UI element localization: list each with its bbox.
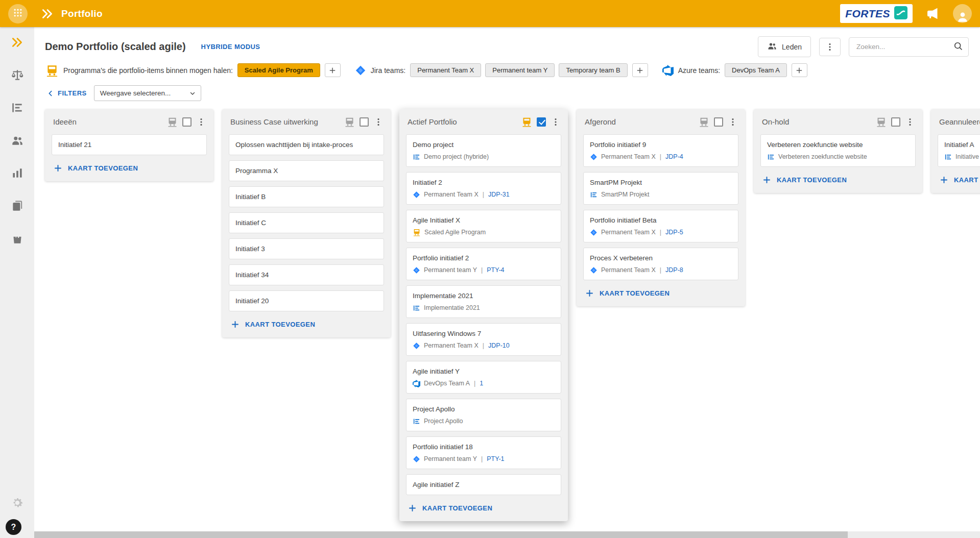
column-visibility-checkbox[interactable] (537, 117, 546, 127)
sidebar-item-balance[interactable] (0, 60, 34, 92)
add-card-button[interactable]: KAART TOEVOEGEN (406, 503, 561, 513)
jira-icon (355, 65, 366, 76)
kanban-card[interactable]: Agile Initiatief X Scaled Agile Program (406, 210, 561, 242)
train-icon (413, 228, 421, 236)
topbar: Portfolio FORTES (0, 0, 980, 27)
column-visibility-checkbox[interactable] (891, 117, 900, 127)
column-program-icon (699, 116, 709, 127)
kanban-card[interactable]: Verbeteren zoekfunctie website Verbetere… (760, 134, 916, 167)
column-menu-button[interactable] (551, 117, 561, 127)
jira-icon (590, 229, 597, 236)
kanban-card[interactable]: Agile initiatief Z (406, 474, 561, 495)
column-visibility-checkbox[interactable] (182, 117, 192, 127)
kanban-card[interactable]: Portfolio initiatief 9 Permanent Team X … (583, 134, 738, 167)
kebab-icon (196, 117, 206, 127)
card-subtitle: Permanent Team X | JDP-10 (413, 341, 555, 350)
add-card-button[interactable]: KAART TOEVOEGEN (938, 175, 980, 185)
card-separator: | (481, 266, 483, 274)
column-visibility-checkbox[interactable] (360, 117, 369, 127)
sidebar-item-people[interactable] (0, 125, 34, 158)
sidebar-item-structure[interactable] (0, 92, 34, 125)
help-button[interactable]: ? (6, 519, 21, 535)
team-chip[interactable]: Temporary team B (559, 63, 627, 77)
card-code-link[interactable]: JDP-10 (488, 341, 510, 350)
sidebar-item-documents[interactable] (0, 190, 34, 223)
sidebar-item-portfolio[interactable] (0, 27, 34, 60)
add-card-button[interactable]: KAART TOEVOEGEN (760, 175, 916, 185)
add-jira-team-button[interactable] (632, 63, 648, 77)
kanban-card[interactable]: Initiatief B (229, 186, 384, 207)
kanban-card[interactable]: Portfolio initiatief 18 Permanent team Y… (406, 436, 561, 469)
column-header: On-hold (760, 115, 916, 129)
add-azure-team-button[interactable] (792, 63, 807, 77)
column-cards: Demo project Demo project (hybride) Init… (406, 134, 561, 495)
kanban-card[interactable]: Initiatief 21 (52, 134, 207, 155)
kanban-card[interactable]: Initiatief C (229, 212, 384, 233)
horizontal-scrollbar[interactable] (34, 531, 980, 538)
plus-icon (230, 320, 240, 329)
members-button[interactable]: Leden (758, 36, 811, 57)
search-input[interactable] (855, 42, 953, 51)
kanban-card[interactable]: Oplossen wachttijden bij intake-proces (229, 134, 384, 155)
card-code-link[interactable]: 1 (480, 379, 483, 387)
column-menu-button[interactable] (728, 117, 738, 127)
column-menu-button[interactable] (196, 117, 206, 127)
kanban-card[interactable]: Agile initiatief Y DevOps Team A | 1 (406, 361, 561, 394)
sidebar-item-shop[interactable] (0, 223, 34, 256)
kanban-card[interactable]: Programma X (229, 160, 384, 181)
portfolio-menu-button[interactable] (819, 38, 841, 56)
add-card-button[interactable]: KAART TOEVOEGEN (229, 320, 384, 329)
team-chip[interactable]: DevOps Team A (725, 63, 787, 77)
sidebar-item-reports[interactable] (0, 158, 34, 190)
column-header: Afgerond (583, 115, 738, 129)
scrollbar-thumb[interactable] (34, 531, 848, 538)
add-card-button[interactable]: KAART TOEVOEGEN (583, 288, 738, 298)
kanban-card[interactable]: Initiatief 34 (229, 264, 384, 285)
team-chip[interactable]: Permanent Team X (410, 63, 481, 77)
plus-icon (585, 288, 594, 298)
card-code-link[interactable]: PTY-4 (487, 266, 504, 274)
column-header: Ideeën (52, 115, 207, 129)
card-title: Oplossen wachttijden bij intake-proces (235, 140, 377, 149)
add-card-label: KAART TOEVOEGEN (245, 321, 315, 328)
help-label: ? (11, 523, 16, 532)
card-team: Permanent Team X (424, 341, 479, 350)
view-select[interactable]: Weergave selecteren... (94, 85, 201, 101)
column-menu-button[interactable] (373, 117, 384, 127)
card-code-link[interactable]: JDP-8 (665, 266, 683, 274)
kanban-card[interactable]: Uitfasering Windows 7 Permanent Team X |… (406, 323, 561, 356)
card-team: Permanent Team X (424, 190, 479, 199)
chevron-left-icon (46, 89, 55, 97)
kanban-card[interactable]: SmartPM Projekt SmartPM Projekt (583, 172, 738, 205)
card-code-link[interactable]: JDP-31 (488, 190, 510, 199)
card-code-link[interactable]: PTY-1 (487, 455, 504, 463)
kanban-card[interactable]: Initiatief 3 (229, 238, 384, 259)
card-subtitle: SmartPM Projekt (590, 190, 732, 199)
card-code-link[interactable]: JDP-4 (665, 153, 683, 161)
card-code-link[interactable]: JDP-5 (665, 228, 683, 236)
column-menu-button[interactable] (905, 117, 915, 127)
kanban-card[interactable]: Proces X verbeteren Permanent Team X | J… (583, 248, 738, 280)
kanban-card[interactable]: Initiatief 2 Permanent Team X | JDP-31 (406, 172, 561, 205)
kanban-card[interactable]: Project Apollo Project Apollo (406, 399, 561, 431)
team-chip[interactable]: Scaled Agile Program (237, 63, 320, 77)
hybride-modus-link[interactable]: HYBRIDE MODUS (201, 43, 260, 51)
filters-toggle[interactable]: FILTERS (46, 89, 87, 97)
add-program-button[interactable] (325, 63, 341, 77)
jira-icon (413, 191, 420, 199)
kanban-card[interactable]: Initiatief 20 (229, 290, 384, 311)
kanban-card[interactable]: Portfolio initiatief 2 Permanent team Y … (406, 248, 561, 280)
sidebar-settings-button[interactable] (0, 496, 34, 511)
kanban-card[interactable]: Demo project Demo project (hybride) (406, 134, 561, 167)
column-visibility-checkbox[interactable] (714, 117, 723, 127)
add-card-button[interactable]: KAART TOEVOEGEN (52, 163, 207, 173)
kanban-card[interactable]: Implementatie 2021 Implementatie 2021 (406, 285, 561, 318)
kanban-card[interactable]: Portfolio initiatief Beta Permanent Team… (583, 210, 738, 242)
jira-icon (413, 342, 420, 350)
team-chip[interactable]: Permanent team Y (485, 63, 555, 77)
portfolio-icon (11, 36, 24, 51)
app-grid-button[interactable] (8, 4, 28, 23)
user-avatar[interactable] (953, 4, 972, 23)
announcements-button[interactable] (926, 7, 940, 20)
kanban-card[interactable]: Initiatief A Initiative (938, 134, 980, 167)
